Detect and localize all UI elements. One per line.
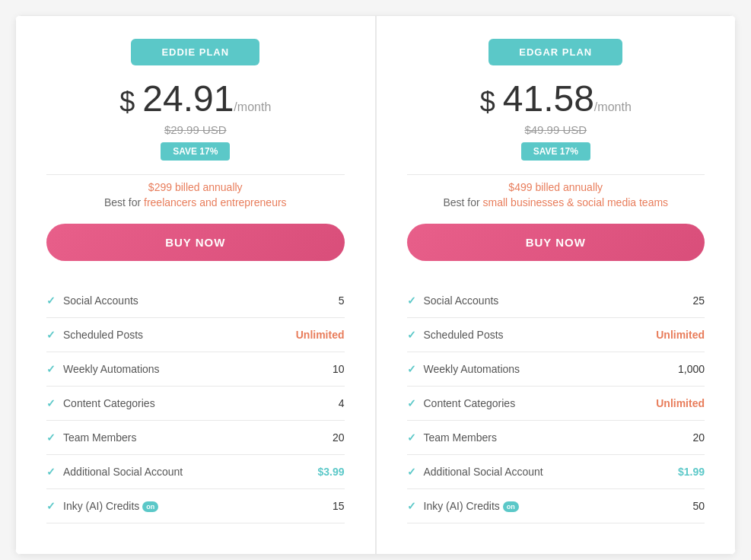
feature-value: 20 (692, 431, 705, 444)
check-icon: ✓ (407, 329, 416, 341)
feature-left: ✓ Content Categories (46, 397, 155, 409)
feature-value: 25 (692, 294, 705, 307)
feature-value: $3.99 (317, 466, 344, 478)
feature-label: Social Accounts (63, 294, 138, 307)
feature-label: Content Categories (63, 397, 155, 409)
price-row: $ 41.58/month (407, 81, 705, 117)
ai-badge: on (142, 501, 158, 512)
feature-value: 10 (333, 363, 345, 375)
price-original: $49.99 USD (407, 123, 705, 136)
price-main: $ 41.58/month (480, 81, 632, 117)
feature-left: ✓ Team Members (407, 431, 497, 444)
feature-value: 1,000 (678, 363, 705, 375)
feature-item: ✓ Weekly Automations 1,000 (407, 352, 705, 387)
plan-header: EDGAR PLAN $ 41.58/month $49.99 USD SAVE… (407, 39, 705, 208)
plans-container: EDDIE PLAN $ 24.91/month $29.99 USD SAVE… (15, 15, 736, 555)
feature-item: ✓ Team Members 20 (407, 421, 705, 455)
feature-left: ✓ Additional Social Account (46, 466, 183, 478)
feature-value: $1.99 (678, 466, 705, 478)
billed-text: $499 billed annually (407, 181, 705, 193)
plan-badge: EDDIE PLAN (131, 39, 259, 65)
features-list: ✓ Social Accounts 25 ✓ Scheduled Posts U… (407, 284, 705, 523)
feature-label: Additional Social Account (424, 466, 543, 478)
check-icon: ✓ (46, 466, 56, 478)
check-icon: ✓ (46, 500, 56, 512)
check-icon: ✓ (407, 397, 416, 409)
buy-now-button[interactable]: BUY NOW (407, 224, 705, 261)
feature-item: ✓ Content Categories 4 (46, 387, 345, 421)
check-icon: ✓ (407, 363, 416, 375)
feature-value: Unlimited (656, 397, 705, 409)
feature-left: ✓ Social Accounts (407, 294, 499, 307)
feature-value: 20 (333, 431, 345, 444)
feature-label: Weekly Automations (63, 363, 160, 375)
ai-badge: on (503, 501, 519, 512)
features-list: ✓ Social Accounts 5 ✓ Scheduled Posts Un… (46, 284, 345, 523)
feature-label: Team Members (63, 431, 136, 444)
divider (46, 174, 345, 175)
check-icon: ✓ (46, 431, 56, 444)
feature-value: 4 (339, 397, 345, 409)
check-icon: ✓ (46, 329, 56, 341)
feature-left: ✓ Content Categories (407, 397, 516, 409)
divider (407, 174, 705, 175)
buy-now-button[interactable]: BUY NOW (46, 224, 345, 261)
feature-label: Weekly Automations (424, 363, 520, 375)
check-icon: ✓ (46, 363, 56, 375)
feature-left: ✓ Scheduled Posts (407, 329, 504, 341)
feature-label: Scheduled Posts (63, 329, 143, 341)
feature-label: Additional Social Account (63, 466, 183, 478)
feature-label: Inky (AI) Creditson (63, 500, 158, 512)
feature-value: 5 (339, 294, 345, 307)
feature-label: Social Accounts (424, 294, 499, 307)
feature-left: ✓ Additional Social Account (407, 466, 543, 478)
feature-item: ✓ Team Members 20 (46, 421, 345, 455)
check-icon: ✓ (407, 466, 416, 478)
tagline-highlight: small businesses & social media teams (483, 196, 669, 208)
check-icon: ✓ (46, 294, 56, 307)
feature-left: ✓ Weekly Automations (46, 363, 160, 375)
price-main: $ 24.91/month (119, 81, 271, 117)
feature-value: 15 (333, 500, 345, 512)
feature-item: ✓ Social Accounts 5 (46, 284, 345, 318)
feature-value: Unlimited (656, 329, 705, 341)
feature-item: ✓ Inky (AI) Creditson 15 (46, 489, 345, 523)
price-dollar: $ (480, 86, 503, 117)
feature-item: ✓ Social Accounts 25 (407, 284, 705, 318)
feature-value: 50 (692, 500, 705, 512)
feature-left: ✓ Weekly Automations (407, 363, 520, 375)
billed-text: $299 billed annually (46, 181, 345, 193)
feature-label: Inky (AI) Creditson (424, 500, 519, 512)
feature-label: Scheduled Posts (424, 329, 504, 341)
feature-left: ✓ Social Accounts (46, 294, 138, 307)
per-month: /month (234, 100, 271, 113)
save-badge: SAVE 17% (521, 142, 590, 161)
feature-left: ✓ Scheduled Posts (46, 329, 143, 341)
feature-left: ✓ Inky (AI) Creditson (46, 500, 158, 512)
feature-left: ✓ Inky (AI) Creditson (407, 500, 519, 512)
feature-left: ✓ Team Members (46, 431, 136, 444)
price-dollar: $ (119, 86, 142, 117)
feature-item: ✓ Content Categories Unlimited (407, 387, 705, 421)
tagline: Best for small businesses & social media… (407, 196, 705, 208)
plan-badge: EDGAR PLAN (488, 39, 622, 65)
price-original: $29.99 USD (46, 123, 345, 136)
feature-item: ✓ Additional Social Account $1.99 (407, 455, 705, 489)
per-month: /month (594, 100, 632, 113)
check-icon: ✓ (407, 294, 416, 307)
tagline-highlight: freelancers and entrepreneurs (144, 196, 287, 208)
feature-item: ✓ Inky (AI) Creditson 50 (407, 489, 705, 523)
feature-value: Unlimited (296, 329, 345, 341)
feature-item: ✓ Additional Social Account $3.99 (46, 455, 345, 489)
check-icon: ✓ (46, 397, 56, 409)
feature-label: Content Categories (424, 397, 516, 409)
tagline: Best for freelancers and entrepreneurs (46, 196, 345, 208)
check-icon: ✓ (407, 500, 416, 512)
save-badge: SAVE 17% (161, 142, 230, 161)
feature-item: ✓ Scheduled Posts Unlimited (46, 318, 345, 352)
feature-item: ✓ Weekly Automations 10 (46, 352, 345, 387)
feature-item: ✓ Scheduled Posts Unlimited (407, 318, 705, 352)
plan-header: EDDIE PLAN $ 24.91/month $29.99 USD SAVE… (46, 39, 345, 208)
plan-card-edgar: EDGAR PLAN $ 41.58/month $49.99 USD SAVE… (376, 15, 737, 555)
check-icon: ✓ (407, 431, 416, 444)
